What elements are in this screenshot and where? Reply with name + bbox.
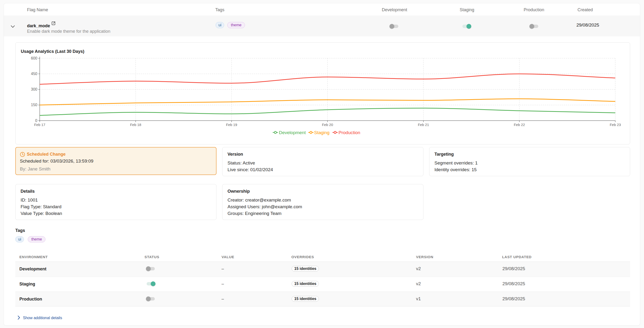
svg-text:450: 450 xyxy=(31,72,37,76)
svg-text:Feb 18: Feb 18 xyxy=(130,123,142,127)
svg-text:Feb 23: Feb 23 xyxy=(610,123,621,127)
svg-text:Feb 21: Feb 21 xyxy=(418,123,429,127)
svg-text:0: 0 xyxy=(35,119,37,123)
svg-text:Feb 17: Feb 17 xyxy=(34,123,46,127)
svg-text:Feb 20: Feb 20 xyxy=(322,123,333,127)
svg-text:300: 300 xyxy=(31,87,37,91)
svg-text:600: 600 xyxy=(31,56,37,60)
svg-text:Production: Production xyxy=(338,130,360,135)
svg-text:Feb 22: Feb 22 xyxy=(514,123,525,127)
svg-text:Staging: Staging xyxy=(314,130,330,135)
svg-text:Feb 19: Feb 19 xyxy=(226,123,237,127)
svg-text:150: 150 xyxy=(31,103,37,107)
svg-text:Development: Development xyxy=(279,130,306,135)
